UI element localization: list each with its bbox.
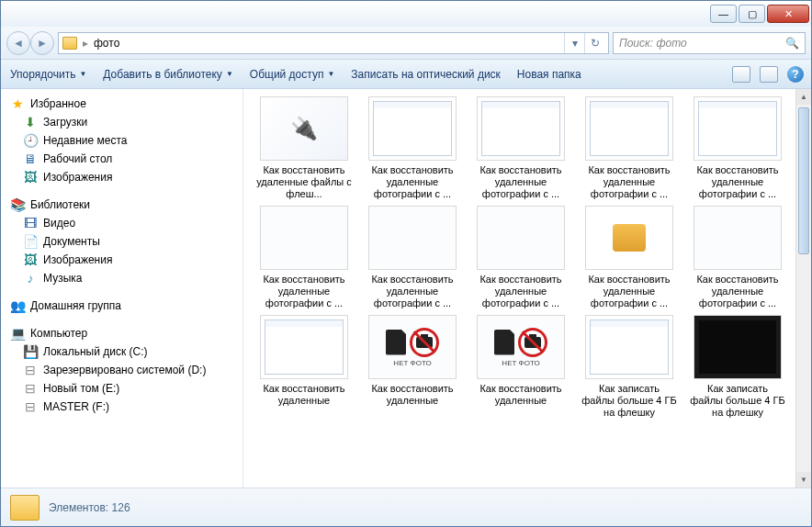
- history-dropdown[interactable]: ▾: [564, 33, 584, 53]
- file-item[interactable]: Как восстановить удаленные фотографии с …: [580, 96, 679, 200]
- search-input[interactable]: Поиск: фото 🔍: [613, 32, 806, 54]
- file-item[interactable]: Как восстановить удаленные фотографии с …: [688, 206, 787, 309]
- file-item[interactable]: Как восстановить удаленные фотографии с …: [688, 96, 787, 200]
- view-options-button[interactable]: [732, 66, 750, 83]
- file-label: Как восстановить удаленные: [473, 383, 569, 407]
- scroll-down-button[interactable]: ▼: [796, 472, 811, 488]
- sidebar-item-recent[interactable]: 🕘Недавние места: [1, 131, 242, 150]
- maximize-button[interactable]: ▢: [739, 5, 765, 23]
- back-button[interactable]: ◄: [6, 31, 30, 55]
- file-item[interactable]: Как записать файлы больше 4 ГБ на флешку: [688, 315, 787, 419]
- favorites-header[interactable]: ★Избранное: [1, 95, 242, 113]
- drive-icon: ⊟: [23, 399, 38, 414]
- file-label: Как записать файлы больше 4 ГБ на флешку: [581, 383, 677, 419]
- documents-icon: 📄: [23, 234, 38, 249]
- file-label: Как восстановить удаленные фотографии с …: [690, 274, 785, 309]
- address-bar[interactable]: ▸ фото ▾ ↻: [58, 32, 609, 54]
- file-thumbnail: [260, 315, 348, 379]
- sidebar-item-video[interactable]: 🎞Видео: [1, 214, 242, 232]
- preview-pane-button[interactable]: [760, 66, 778, 83]
- help-button[interactable]: ?: [787, 66, 804, 83]
- new-folder-button[interactable]: Новая папка: [515, 64, 583, 84]
- desktop-icon: 🖥: [23, 151, 38, 166]
- file-thumbnail: [694, 96, 782, 161]
- file-label: Как восстановить удаленные фотографии с …: [365, 164, 460, 200]
- file-thumbnail: НЕТ ФОТО: [368, 315, 457, 379]
- file-item[interactable]: Как восстановить удаленные фотографии с …: [363, 96, 462, 200]
- breadcrumb-current[interactable]: фото: [94, 37, 119, 50]
- file-thumbnail: [368, 96, 457, 161]
- sidebar-item-pictures[interactable]: 🖼Изображения: [1, 251, 242, 269]
- file-item[interactable]: Как восстановить удаленные фотографии с …: [254, 206, 354, 309]
- file-thumbnail: [585, 206, 673, 270]
- video-icon: 🎞: [23, 216, 38, 230]
- sidebar-item-drive-e[interactable]: ⊟Новый том (E:): [1, 379, 242, 398]
- file-label: Как восстановить удаленные фотографии с …: [581, 274, 677, 309]
- file-label: Как восстановить удаленные фотографии с …: [473, 164, 569, 200]
- file-list[interactable]: 🔌Как восстановить удаленные файлы с флеш…: [243, 89, 811, 488]
- file-item[interactable]: Как восстановить удаленные фотографии с …: [363, 206, 462, 309]
- file-thumbnail: [477, 96, 565, 161]
- organize-button[interactable]: Упорядочить▼: [8, 64, 88, 84]
- file-item[interactable]: НЕТ ФОТОКак восстановить удаленные: [363, 315, 462, 419]
- star-icon: ★: [10, 96, 25, 111]
- homegroup-icon: 👥: [10, 298, 25, 313]
- sidebar-item-music[interactable]: ♪Музыка: [1, 269, 242, 287]
- file-thumbnail: [477, 206, 565, 270]
- file-label: Как восстановить удаленные фотографии с …: [690, 164, 785, 200]
- file-thumbnail: [694, 315, 782, 379]
- forward-button[interactable]: ►: [30, 31, 54, 55]
- file-label: Как восстановить удаленные фотографии с …: [256, 274, 352, 309]
- homegroup-header[interactable]: 👥Домашняя группа: [1, 297, 242, 315]
- file-thumbnail: 🔌: [260, 96, 348, 161]
- share-button[interactable]: Общий доступ▼: [248, 64, 337, 84]
- details-pane: Элементов: 126: [1, 488, 811, 526]
- file-item[interactable]: НЕТ ФОТОКак восстановить удаленные: [471, 315, 570, 419]
- minimize-button[interactable]: —: [710, 5, 737, 23]
- file-label: Как восстановить удаленные фотографии с …: [473, 274, 569, 309]
- downloads-icon: ⬇: [23, 115, 38, 129]
- drive-icon: ⊟: [23, 381, 38, 396]
- file-thumbnail: НЕТ ФОТО: [477, 315, 565, 379]
- scroll-thumb[interactable]: [798, 107, 809, 254]
- computer-icon: 💻: [10, 326, 25, 341]
- file-thumbnail: [585, 315, 673, 379]
- recent-icon: 🕘: [23, 133, 38, 148]
- file-item[interactable]: Как восстановить удаленные фотографии с …: [580, 206, 679, 309]
- sidebar-item-drive-c[interactable]: 💾Локальный диск (C:): [1, 342, 242, 361]
- file-item[interactable]: Как записать файлы больше 4 ГБ на флешку: [580, 315, 679, 419]
- titlebar: — ▢ ✕: [1, 1, 811, 27]
- burn-button[interactable]: Записать на оптический диск: [349, 64, 502, 84]
- vertical-scrollbar[interactable]: ▲ ▼: [795, 89, 811, 488]
- file-label: Как записать файлы больше 4 ГБ на флешку: [690, 383, 785, 419]
- file-label: Как восстановить удаленные: [256, 383, 352, 407]
- sidebar-item-documents[interactable]: 📄Документы: [1, 232, 242, 251]
- file-item[interactable]: Как восстановить удаленные фотографии с …: [471, 206, 570, 309]
- file-item[interactable]: 🔌Как восстановить удаленные файлы с флеш…: [254, 96, 354, 200]
- file-item[interactable]: Как восстановить удаленные фотографии с …: [471, 96, 570, 200]
- file-item[interactable]: Как восстановить удаленные: [254, 315, 354, 419]
- navigation-bar: ◄ ► ▸ фото ▾ ↻ Поиск: фото 🔍: [1, 27, 811, 60]
- sidebar-item-drive-d[interactable]: ⊟Зарезервировано системой (D:): [1, 361, 242, 379]
- pictures-icon: 🖼: [23, 170, 38, 185]
- add-to-library-button[interactable]: Добавить в библиотеку▼: [101, 64, 234, 84]
- refresh-button[interactable]: ↻: [584, 33, 604, 53]
- libraries-header[interactable]: 📚Библиотеки: [1, 196, 242, 214]
- computer-header[interactable]: 💻Компьютер: [1, 324, 242, 342]
- sidebar-item-pictures-fav[interactable]: 🖼Изображения: [1, 168, 242, 186]
- drive-icon: ⊟: [23, 363, 38, 377]
- close-button[interactable]: ✕: [767, 5, 809, 23]
- file-label: Как восстановить удаленные фотографии с …: [581, 164, 677, 200]
- folder-icon: [62, 37, 77, 50]
- sidebar-item-drive-f[interactable]: ⊟MASTER (F:): [1, 398, 242, 416]
- file-label: Как восстановить удаленные: [365, 383, 460, 407]
- command-bar: Упорядочить▼ Добавить в библиотеку▼ Общи…: [1, 60, 811, 89]
- drive-icon: 💾: [23, 344, 38, 359]
- scroll-up-button[interactable]: ▲: [796, 89, 811, 105]
- sidebar-item-desktop[interactable]: 🖥Рабочий стол: [1, 150, 242, 168]
- sidebar-item-downloads[interactable]: ⬇Загрузки: [1, 113, 242, 131]
- pictures-icon: 🖼: [23, 252, 38, 267]
- search-placeholder: Поиск: фото: [619, 37, 687, 50]
- libraries-icon: 📚: [10, 197, 25, 212]
- file-label: Как восстановить удаленные фотографии с …: [365, 274, 460, 309]
